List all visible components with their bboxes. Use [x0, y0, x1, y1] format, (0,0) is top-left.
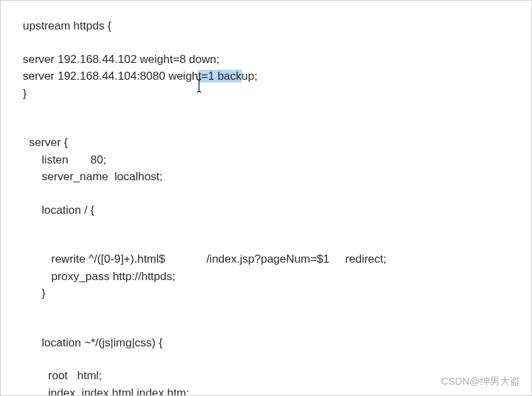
code-line: location ~*/(js|img|css) {	[23, 334, 509, 352]
code-line: listen 80;	[23, 151, 509, 169]
blank-line	[23, 235, 509, 251]
code-line: proxy_pass http://httpds;	[23, 268, 509, 285]
blank-line	[23, 102, 509, 118]
code-line: server {	[23, 134, 509, 151]
blank-line	[23, 218, 509, 235]
code-line: rewrite ^/([0-9]+).html$ /index.jsp?page…	[23, 251, 509, 268]
blank-line	[23, 35, 509, 51]
code-line: location / {	[23, 202, 509, 219]
code-line: root html;	[23, 367, 509, 385]
selected-text: t=1 back	[198, 70, 242, 82]
code-line: index index.html index.htm;	[23, 385, 509, 397]
code-line: server_name localhost;	[23, 168, 509, 186]
blank-line	[23, 302, 509, 318]
code-line: server 192.168.44.102 weight=8 down;	[23, 51, 509, 68]
code-line: upstream httpds {	[23, 17, 509, 35]
code-text: server 192.168.44.104:8080 weigh	[23, 70, 198, 82]
code-block: upstream httpds { server 192.168.44.102 …	[0, 0, 532, 396]
blank-line	[23, 318, 509, 334]
code-line: }	[23, 85, 509, 103]
blank-line	[23, 118, 509, 134]
blank-line	[23, 351, 509, 367]
blank-line	[23, 186, 509, 202]
code-line: }	[23, 285, 509, 302]
code-line-highlighted: server 192.168.44.104:8080 weight=1 back…	[23, 68, 509, 85]
code-text: up;	[242, 70, 258, 82]
